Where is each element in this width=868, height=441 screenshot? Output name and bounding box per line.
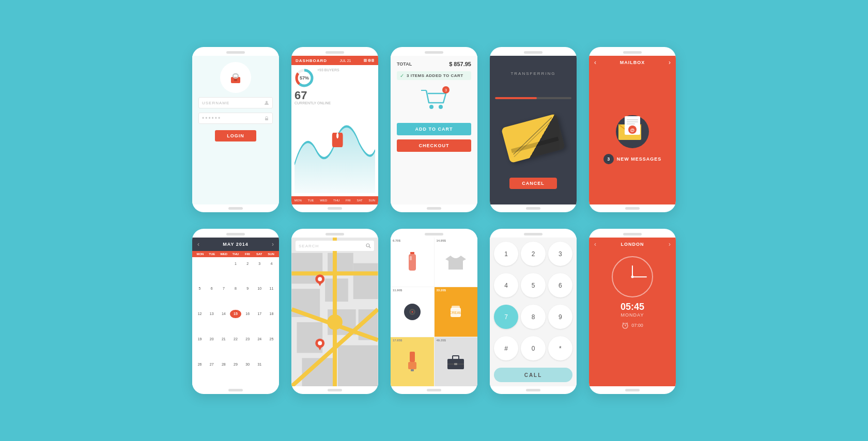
item-price: 6.70$ [393,239,400,242]
svg-rect-62 [408,362,416,369]
calendar-cell[interactable]: 4 [266,259,277,267]
checkout-button[interactable]: CHECKOUT [397,139,471,152]
phone-speaker [226,51,245,54]
shop-item-tshirt[interactable]: 14.95$ [435,238,478,287]
calendar-cell[interactable]: 25 [266,335,277,343]
key-star[interactable]: * [548,336,572,360]
svg-point-57 [411,311,413,312]
calendar-cell[interactable]: 10 [254,285,265,293]
forward-arrow-icon[interactable]: › [669,59,671,66]
calendar-cell[interactable]: 9 [242,285,253,293]
progress-fill [495,97,537,99]
calendar-days-header: MON TUE WED THU FRI SAT SUN [192,251,279,257]
key-hash[interactable]: # [494,336,518,360]
key-3[interactable]: 3 [548,242,572,266]
shop-item-vinyl[interactable]: 11.90$ [391,287,434,336]
add-to-cart-button[interactable]: ADD TO CART [397,123,471,135]
calendar-cell[interactable]: 31 [254,360,265,368]
calendar-cell[interactable]: 8 [230,285,241,293]
calendar-cell[interactable]: 16 [242,310,253,318]
phone-speaker [326,51,344,54]
next-city-icon[interactable]: › [669,241,671,248]
calendar-cell[interactable]: 29 [230,360,241,368]
phone-map-screen: SEARCH [291,238,378,386]
cancel-button[interactable]: CANCEL [509,178,557,189]
back-arrow-icon[interactable]: ‹ [594,59,596,66]
calendar-cell[interactable]: 1 [230,259,241,267]
calendar-cell[interactable]: 13 [206,310,217,318]
calendar-cell[interactable]: 12 [194,310,205,318]
key-5[interactable]: 5 [521,273,545,297]
shop-item-bottle[interactable]: 6.70$ [391,238,434,287]
shop-item-briefcase[interactable]: 49.35$ [435,337,478,386]
calendar-cell[interactable]: 28 [218,360,229,368]
password-dots: •••••• [202,115,221,122]
key-8[interactable]: 8 [521,305,545,329]
calendar-cell[interactable]: 19 [194,335,205,343]
alarm-time: 07:00 [631,323,643,328]
dashboard-icons [364,58,374,63]
key-7[interactable]: 7 [494,305,518,329]
svg-point-16 [439,105,443,109]
svg-point-15 [429,105,433,109]
buyers-number: +93 BUYERS [317,68,339,72]
calendar-cell[interactable]: 3 [254,259,265,267]
prev-city-icon[interactable]: ‹ [594,241,596,248]
calendar-today[interactable]: 15 [230,310,241,318]
clock-face [612,256,653,297]
calendar-cell[interactable]: 7 [218,285,229,293]
map-search-bar[interactable]: SEARCH [296,241,374,251]
phone-speaker [524,51,542,54]
item-price: 49.35$ [437,339,446,342]
call-button[interactable]: CALL [494,368,572,382]
calendar-cell[interactable]: 6 [206,285,217,293]
svg-rect-22 [627,119,638,120]
lock-icon [228,70,243,85]
calendar-cell[interactable]: 24 [254,335,265,343]
calendar-cell[interactable]: 23 [242,335,253,343]
calendar-cell[interactable]: 26 [194,360,205,368]
calendar-cell[interactable]: 27 [206,360,217,368]
phone-speaker [623,233,642,235]
cart-icon-wrap: 3 [397,86,471,117]
svg-text:CREAM: CREAM [450,311,462,314]
username-input[interactable]: USERNAME [198,97,273,108]
phone-transfer: TRANSFERRING CANCEL [490,47,577,212]
key-9[interactable]: 9 [548,305,572,329]
shop-item-cream[interactable]: 33.20$ CREAM [435,287,478,336]
phone-home-btn [228,389,243,391]
svg-rect-5 [364,59,367,62]
username-label: USERNAME [202,101,229,105]
item-price: 14.95$ [437,239,446,242]
phone-home-btn [526,207,540,210]
new-messages-row: 3 NEW MESSAGES [603,154,662,164]
prev-month-icon[interactable]: ‹ [197,241,199,248]
calendar-cell [206,259,217,267]
calendar-cell[interactable]: 21 [218,335,229,343]
key-6[interactable]: 6 [548,273,572,297]
login-button[interactable]: LOGIN [215,130,256,141]
key-0[interactable]: 0 [521,336,545,360]
next-month-icon[interactable]: › [272,241,274,248]
phone-home-btn [228,207,243,210]
phone-home-btn [328,389,342,391]
calendar-cell[interactable]: 17 [254,310,265,318]
calendar-cell[interactable]: 22 [230,335,241,343]
calendar-cell[interactable]: 2 [242,259,253,267]
calendar-cell[interactable]: 14 [218,310,229,318]
calendar-cell[interactable]: 18 [266,310,277,318]
shop-item-usb[interactable]: 17.65$ [391,337,434,386]
calendar-cell[interactable]: 20 [206,335,217,343]
password-input[interactable]: •••••• [198,113,273,124]
calendar-cell[interactable]: 11 [266,285,277,293]
calendar-cell[interactable]: 30 [242,360,253,368]
calendar-cell[interactable]: 5 [194,285,205,293]
svg-point-3 [266,101,268,103]
key-4[interactable]: 4 [494,273,518,297]
phone-speaker [623,51,642,54]
key-2[interactable]: 2 [521,242,545,266]
svg-rect-1 [233,74,238,78]
key-1[interactable]: 1 [494,242,518,266]
alarm-icon [622,322,629,329]
svg-rect-63 [411,369,414,371]
